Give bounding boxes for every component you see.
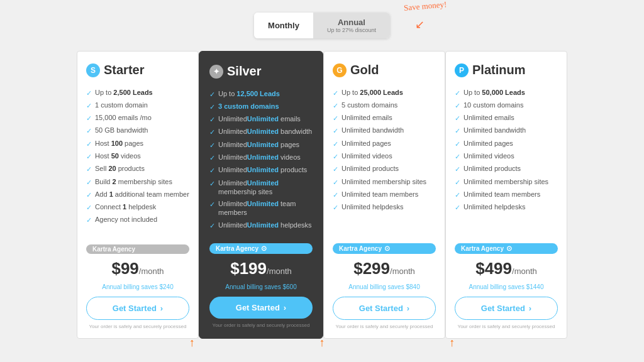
list-item: ✓15,000 emails /mo — [86, 112, 189, 124]
annual-toggle[interactable]: Annual Up to 27% discount — [313, 13, 390, 38]
plan-name-platinum: Platinum — [472, 63, 525, 77]
price-main-gold: $299 — [353, 259, 390, 278]
price-section-gold: $299/month — [333, 259, 436, 278]
price-section-starter: $99/month — [86, 259, 189, 278]
credit-note-starter: Your order is safely and securely proces… — [86, 324, 189, 329]
list-item: ✓Up to 25,000 Leads — [333, 86, 436, 99]
list-item: ✓Unlimited membership sites — [455, 175, 558, 188]
plan-card-platinum: PPlatinum✓Up to 50,000 Leads✓10 custom d… — [445, 51, 567, 339]
monthly-toggle[interactable]: Monthly — [254, 13, 313, 38]
list-item: ✓UnlimitedUnlimited membership sites — [209, 177, 313, 198]
list-item: ✓Connect 1 helpdesk — [86, 201, 189, 214]
list-item: ✓Host 50 videos — [86, 150, 189, 162]
list-item: ✓5 custom domains — [333, 99, 436, 111]
price-main-platinum: $499 — [475, 259, 512, 278]
list-item: ✓UnlimitedUnlimited products — [209, 164, 313, 177]
annual-label: Annual — [338, 18, 365, 27]
list-item: ✓Unlimited products — [455, 163, 558, 175]
plan-header-starter: SStarter — [86, 63, 189, 77]
list-item: ✓UnlimitedUnlimited pages — [209, 138, 313, 151]
annual-discount-text: Up to 27% discount — [327, 27, 376, 33]
plan-header-gold: GGold — [333, 63, 436, 77]
list-item: ✓Unlimited pages — [333, 137, 436, 150]
features-list-starter: ✓Up to 2,500 Leads✓1 custom domain✓15,00… — [86, 86, 189, 233]
list-item: ✓Unlimited emails — [455, 112, 558, 124]
list-item: ✓Up to 2,500 Leads — [86, 86, 189, 99]
get-started-button-starter[interactable]: Get Started › — [86, 297, 189, 320]
features-list-platinum: ✓Up to 50,000 Leads✓10 custom domains✓Un… — [455, 86, 558, 232]
plan-header-platinum: PPlatinum — [455, 63, 558, 77]
list-item: ✓Sell 20 products — [86, 163, 189, 175]
list-item: ✓Host 100 pages — [86, 137, 189, 150]
credit-note-platinum: Your order is safely and securely proces… — [455, 324, 558, 329]
list-item: ✓Unlimited bandwidth — [455, 124, 558, 137]
plan-card-silver: ✦Silver✓Up to 12,500 Leads✓3 custom doma… — [199, 51, 323, 339]
billing-toggle-area: Monthly Annual Up to 27% discount Save m… — [254, 13, 390, 38]
list-item: ✓Unlimited team members — [455, 188, 558, 200]
list-item: ✓10 custom domains — [455, 99, 558, 111]
price-period-platinum: /month — [512, 266, 537, 276]
list-item: ✓UnlimitedUnlimited emails — [209, 113, 313, 126]
list-item: ✓UnlimitedUnlimited bandwidth — [209, 126, 313, 138]
list-item: ✓1 custom domain — [86, 99, 189, 111]
price-section-platinum: $499/month — [455, 259, 558, 278]
list-item: ✓50 GB bandwidth — [86, 124, 189, 137]
annual-savings-silver: Annual billing saves $600 — [209, 283, 313, 290]
plan-name-silver: Silver — [227, 64, 261, 79]
plans-container: SStarter✓Up to 2,500 Leads✓1 custom doma… — [77, 51, 567, 339]
features-list-silver: ✓Up to 12,500 Leads✓3 custom domains✓Unl… — [209, 87, 313, 232]
list-item: ✓Unlimited videos — [455, 150, 558, 162]
kartra-agency-badge-silver[interactable]: Kartra Agency ⊙ — [209, 243, 313, 254]
price-main-silver: $199 — [230, 259, 267, 278]
list-item: ✓Unlimited videos — [333, 150, 436, 162]
list-item: ✓UnlimitedUnlimited videos — [209, 151, 313, 163]
list-item: ✓UnlimitedUnlimited team members — [209, 198, 313, 219]
plan-name-gold: Gold — [350, 63, 379, 77]
kartra-agency-badge-starter: Kartra Agency — [86, 244, 189, 254]
plan-header-silver: ✦Silver — [209, 64, 313, 79]
plan-card-starter: SStarter✓Up to 2,500 Leads✓1 custom doma… — [77, 51, 199, 339]
list-item: ✓Unlimited products — [333, 163, 436, 175]
price-period-starter: /month — [139, 266, 164, 276]
price-main-starter: $99 — [111, 259, 138, 278]
plan-name-starter: Starter — [104, 63, 144, 77]
list-item: ✓Unlimited emails — [333, 112, 436, 124]
price-period-gold: /month — [390, 266, 415, 276]
list-item: ✓Unlimited helpdesks — [333, 201, 436, 214]
list-item: ✓Unlimited membership sites — [333, 175, 436, 188]
plan-icon-silver: ✦ — [209, 65, 223, 79]
kartra-agency-badge-platinum[interactable]: Kartra Agency ⊙ — [455, 243, 558, 254]
list-item: ✓UnlimitedUnlimited helpdesks — [209, 219, 313, 231]
credit-note-gold: Your order is safely and securely proces… — [333, 324, 436, 329]
list-item: ✓Up to 12,500 Leads — [209, 87, 313, 100]
list-item: ✓Unlimited pages — [455, 137, 558, 150]
save-money-label: Save money! — [403, 0, 447, 13]
list-item: ✓Unlimited bandwidth — [333, 124, 436, 137]
kartra-agency-badge-gold[interactable]: Kartra Agency ⊙ — [333, 243, 436, 254]
annual-savings-platinum: Annual billing saves $1440 — [455, 283, 558, 290]
plan-icon-gold: G — [333, 63, 347, 77]
get-started-button-silver[interactable]: Get Started › — [209, 297, 313, 319]
list-item: ✓Agency not included — [86, 214, 189, 226]
get-started-button-platinum[interactable]: Get Started › — [455, 297, 558, 320]
annual-savings-starter: Annual billing saves $240 — [86, 283, 189, 290]
features-list-gold: ✓Up to 25,000 Leads✓5 custom domains✓Unl… — [333, 86, 436, 232]
plan-icon-platinum: P — [455, 63, 469, 77]
save-money-arrow: ↙ — [415, 18, 425, 31]
list-item: ✓Build 2 membership sites — [86, 175, 189, 188]
plan-card-gold: GGold✓Up to 25,000 Leads✓5 custom domain… — [323, 51, 445, 339]
list-item: ✓3 custom domains — [209, 100, 313, 112]
billing-toggle[interactable]: Monthly Annual Up to 27% discount — [254, 13, 390, 38]
get-started-button-gold[interactable]: Get Started › — [333, 297, 436, 320]
price-period-silver: /month — [267, 266, 292, 276]
price-section-silver: $199/month — [209, 259, 313, 278]
list-item: ✓Unlimited helpdesks — [455, 201, 558, 214]
list-item: ✓Up to 50,000 Leads — [455, 86, 558, 99]
plan-icon-starter: S — [86, 63, 100, 77]
annual-savings-gold: Annual billing saves $840 — [333, 283, 436, 290]
list-item: ✓Unlimited team members — [333, 188, 436, 200]
credit-note-silver: Your order is safely and securely proces… — [209, 322, 313, 328]
list-item: ✓Add 1 additional team member — [86, 188, 189, 200]
